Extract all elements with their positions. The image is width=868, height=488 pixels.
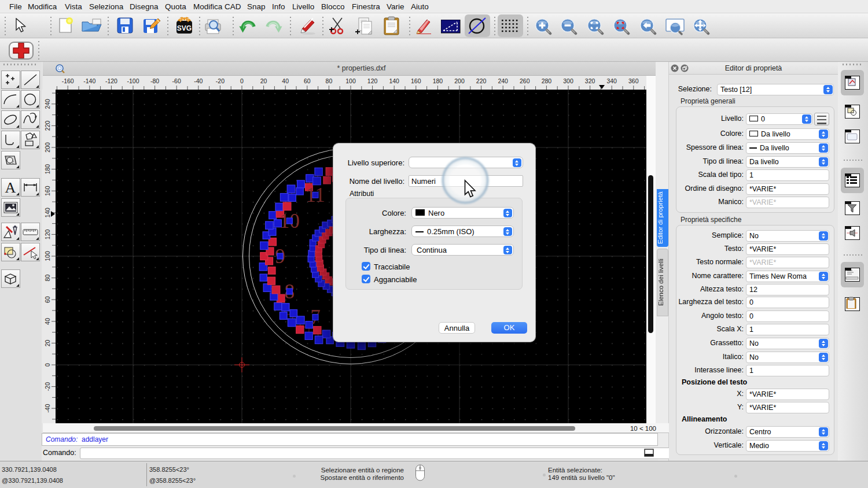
svg-text:-120: -120 <box>105 77 117 84</box>
svg-text:A: A <box>5 179 16 196</box>
svg-text:-100: -100 <box>127 77 139 84</box>
svg-text:20: 20 <box>44 339 51 346</box>
svg-text:SVG: SVG <box>177 24 192 32</box>
svg-text:100: 100 <box>44 251 51 261</box>
svg-text:0: 0 <box>44 363 51 367</box>
svg-text:-20: -20 <box>44 382 51 391</box>
svg-text:60: 60 <box>304 77 311 84</box>
svg-text:240: 240 <box>44 99 51 109</box>
svg-text:40: 40 <box>282 77 289 84</box>
svg-text:200: 200 <box>454 77 465 84</box>
svg-text:200: 200 <box>44 142 51 153</box>
svg-text:60: 60 <box>44 296 51 303</box>
svg-text:340: 340 <box>606 77 617 84</box>
svg-text:320: 320 <box>585 77 595 84</box>
svg-text:160: 160 <box>44 186 51 196</box>
svg-text:180: 180 <box>44 164 51 175</box>
svg-text:-140: -140 <box>83 77 95 84</box>
svg-text:-40: -40 <box>44 404 51 412</box>
svg-text:80: 80 <box>44 275 51 282</box>
svg-text:120: 120 <box>367 77 378 84</box>
svg-text:40: 40 <box>44 318 51 325</box>
svg-text:120: 120 <box>44 229 51 239</box>
svg-text:-160: -160 <box>62 77 74 84</box>
svg-text:260: 260 <box>520 77 530 84</box>
svg-text:20: 20 <box>260 77 267 84</box>
svg-text:0: 0 <box>240 77 244 84</box>
svg-text:220: 220 <box>44 120 51 131</box>
svg-text:100: 100 <box>345 77 356 84</box>
svg-text:160: 160 <box>411 77 421 84</box>
svg-text:80: 80 <box>326 77 333 84</box>
svg-text:360: 360 <box>628 77 639 84</box>
svg-text:180: 180 <box>433 77 443 84</box>
svg-text:-40: -40 <box>194 77 203 84</box>
svg-text:240: 240 <box>498 77 508 84</box>
svg-text:220: 220 <box>476 77 487 84</box>
svg-text:300: 300 <box>563 77 573 84</box>
svg-text:-80: -80 <box>150 77 159 84</box>
svg-text:280: 280 <box>542 77 552 84</box>
svg-text:140: 140 <box>44 208 51 218</box>
svg-text:-60: -60 <box>172 77 181 84</box>
svg-text:-20: -20 <box>216 77 225 84</box>
svg-text:140: 140 <box>389 77 399 84</box>
